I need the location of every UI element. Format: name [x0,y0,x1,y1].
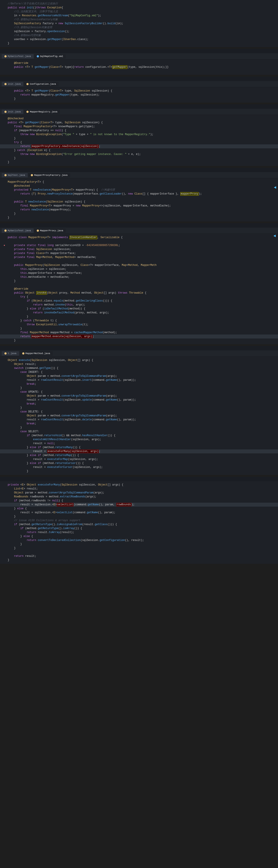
line-content: } [8,212,276,216]
line-number [0,382,8,386]
line-number [0,89,8,93]
code-line: protected T newInstance(MapperProxy<T> m… [0,188,278,192]
line-content [8,550,276,554]
line-number [0,141,8,144]
java-icon [4,83,7,85]
line-content: } else if (method.returnsMap()) { [8,453,276,457]
code-line: case INSERT: { [0,370,278,374]
code-line: public class MapperProxy<T> implements I… [0,236,278,240]
line-number [0,558,8,562]
line-number [0,445,8,450]
line-content: final MapperProxyFactory<?> knownMappers… [8,125,276,128]
tab-label: MapperProxy.java [40,229,63,232]
tab-mapperregistry[interactable]: MapperRegistry.java [24,110,60,114]
code-line: } else if (isDefaultMethod(method)) { [0,307,278,311]
line-number [0,550,8,554]
code-line: RowBounds rowBounds = method.extractRowB… [0,495,278,499]
tab-t[interactable]: t.java [2,351,19,355]
code-line: in = Resources.getResourceAsStream("SqlM… [0,13,278,18]
tab-init2[interactable]: init.java [2,110,23,114]
code-line: return method.invoke(this, args); [0,303,278,307]
line-number [0,208,8,212]
code-line: } [0,97,278,101]
line-number [0,370,8,374]
line-content: throw ExceptionUtil.unwrapThrowable(t); [8,323,276,327]
line-content: in = Resources.getResourceAsStream("SqlM… [8,13,276,18]
spacer [0,477,278,481]
line-number [0,418,8,422]
line-content: if (method.rowBounds != null) { [8,499,276,503]
line-content: } [8,426,276,430]
tab-mybatistest2[interactable]: MybatisTest.java [2,228,34,233]
line-number [0,441,8,445]
spacer [0,104,278,109]
line-number [0,469,8,473]
line-content: throw new BindingException("Type " + typ… [8,132,276,136]
line-content: } [8,339,276,342]
tab-init[interactable]: init.java [2,82,23,86]
tab-configuration[interactable]: Configuration.java [24,82,59,86]
tab-label: MapperRegistry.java [30,111,57,113]
code-line: } [0,212,278,216]
code-line: } [0,542,278,546]
code-line: Object execute(SqlSession sqlSession, Ob… [0,358,278,362]
line-number [0,554,8,558]
line-content: } [8,542,276,546]
tab-bar-5: MybatisTest.java MapperProxy.java [0,227,278,234]
spacer [0,76,278,81]
code-line: } [0,469,278,473]
line-number [0,366,8,370]
tab-sqlmapconfig[interactable]: SqlMapConfig.xml [34,54,66,59]
code-line: } [0,515,278,519]
code-line: public <T> T getMapper(Class<T> type, Sq… [0,89,278,93]
tab-mapperproxyfactory[interactable]: MapperProxyFactory.java [28,173,70,177]
line-number [0,33,8,37]
line-content: result = null; [8,441,276,445]
line-number [0,121,8,125]
line-number [0,311,8,315]
line-content: this.sqlSession = sqlSession; [8,267,276,271]
code-line [0,240,278,243]
tab-mappermethod[interactable]: MapperMethod.java [20,351,53,355]
section-configuration: init.java Configuration.java public <T> … [0,81,278,102]
line-content: } catch (Throwable t) { [8,319,276,323]
line-content: switch (command.getType()) { [8,366,276,370]
line-content: result = executeForMany(sqlSession, args… [8,450,276,453]
code-line: switch (command.getType()) { [0,366,278,370]
line-number [0,491,8,495]
code-line: @Unchecked [0,184,278,188]
line-content: // issue #138 Collections & arrays suppo… [8,519,276,523]
code-line: final MapperProxyFactory<?> knownMappers… [0,125,278,128]
tab-mapperproxy[interactable]: MapperProxy.java [34,228,66,233]
line-number [0,414,8,418]
code-line: } [0,426,278,430]
tab-sqltest[interactable]: SqlTest.java [2,173,28,177]
code-block-execute: Object execute(SqlSession sqlSession, Ob… [0,356,278,475]
line-number [0,263,8,267]
line-number [0,523,8,526]
line-number [0,319,8,323]
line-number [0,236,8,240]
java-icon [31,174,33,176]
line-number [0,315,8,319]
code-line: private final SqlSession sqlSession; [0,247,278,251]
code-line: return result; [0,554,278,558]
code-line: } [0,327,278,331]
line-content: final MapperProxy<T> mapperProxy = new M… [8,204,276,208]
line-content: return result; [8,554,276,558]
code-line: result = null; [0,441,278,445]
code-line: return convertToDeclaredCollection(sqlSe… [0,538,278,542]
code-line [0,550,278,554]
line-content: result = sqlSession.<E>selectList(comman… [8,503,276,507]
code-line: break; [0,382,278,386]
tab-mybatistest[interactable]: MybatisTest.java [2,54,34,59]
line-content: return (T) Proxy.newProxyInstance(mapper… [8,192,276,196]
line-number [0,402,8,406]
line-content: } [8,136,276,141]
tab-bar-6: t.java MapperMethod.java [0,350,278,356]
code-line: case SELECT: [0,430,278,434]
code-line: try { [0,141,278,144]
line-number [0,148,8,152]
section-executeformany: private <E> Object executeForMany(SqlSes… [0,481,278,564]
code-line: case DELETE: { [0,410,278,414]
